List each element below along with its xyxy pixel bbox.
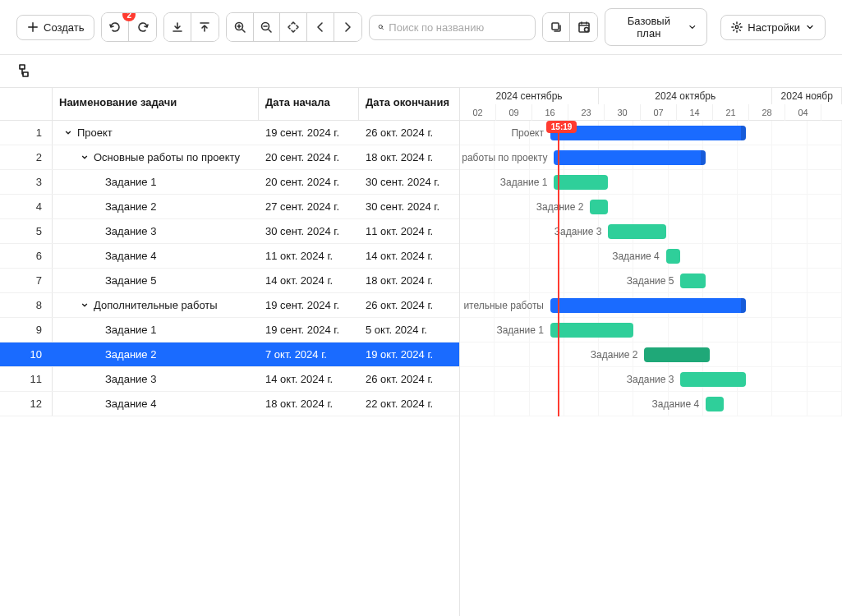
table-row[interactable]: 10Задание 27 окт. 2024 г.19 окт. 2024 г. <box>0 342 459 367</box>
gantt-row[interactable]: Задание 4 <box>460 392 842 416</box>
task-name[interactable]: Задание 5 <box>53 274 259 287</box>
end-date[interactable]: 30 сент. 2024 г. <box>359 200 459 213</box>
gantt-row[interactable]: работы по проекту <box>460 145 842 170</box>
gantt-row[interactable]: ительные работы <box>460 293 842 318</box>
end-date[interactable]: 18 окт. 2024 г. <box>359 151 459 163</box>
gantt-bar[interactable]: Проект <box>550 126 746 140</box>
table-row[interactable]: 7Задание 514 окт. 2024 г.18 окт. 2024 г. <box>0 269 459 293</box>
end-date[interactable]: 14 окт. 2024 г. <box>359 250 459 262</box>
gantt-bar[interactable]: Задание 1 <box>550 323 633 338</box>
task-name[interactable]: Задание 3 <box>53 225 259 237</box>
task-name[interactable]: Задание 4 <box>53 398 259 410</box>
gantt-row[interactable]: Задание 2 <box>460 195 842 219</box>
col-name[interactable]: Наименование задачи <box>53 88 259 120</box>
chevron-down-icon[interactable] <box>79 300 90 311</box>
start-date[interactable]: 27 сент. 2024 г. <box>259 200 359 213</box>
structure-icon[interactable] <box>16 62 35 80</box>
task-name[interactable]: Задание 4 <box>53 250 259 262</box>
table-row[interactable]: 5Задание 330 сент. 2024 г.11 окт. 2024 г… <box>0 219 459 244</box>
table-row[interactable]: 2Основные работы по проекту20 сент. 2024… <box>0 145 459 170</box>
search-box[interactable] <box>369 15 536 40</box>
gantt-bar[interactable]: работы по проекту <box>554 150 706 165</box>
indent-button[interactable] <box>191 13 219 41</box>
col-start[interactable]: Дата начала <box>259 88 359 120</box>
gantt-row[interactable]: Задание 4 <box>460 244 842 269</box>
gantt-row[interactable]: Задание 1 <box>460 170 842 195</box>
gantt-bar[interactable]: Задание 1 <box>554 175 608 190</box>
end-date[interactable]: 22 окт. 2024 г. <box>359 398 459 410</box>
table-row[interactable]: 4Задание 227 сент. 2024 г.30 сент. 2024 … <box>0 195 459 219</box>
start-date[interactable]: 30 сент. 2024 г. <box>259 225 359 237</box>
start-date[interactable]: 20 сент. 2024 г. <box>259 176 359 188</box>
task-name[interactable]: Задание 3 <box>53 373 259 385</box>
task-name[interactable]: Задание 2 <box>53 200 259 213</box>
zoom-out-button[interactable] <box>254 13 281 41</box>
chevron-right-icon <box>341 21 354 34</box>
gantt-bar[interactable]: Задание 3 <box>680 372 745 387</box>
fit-button[interactable] <box>280 13 307 41</box>
gantt-bar[interactable]: ительные работы <box>550 298 746 313</box>
start-date[interactable]: 19 сент. 2024 г. <box>259 299 359 311</box>
gantt-bar[interactable]: Задание 2 <box>644 347 709 362</box>
start-date[interactable]: 14 окт. 2024 г. <box>259 274 359 287</box>
gantt-body[interactable]: Проектработы по проектуЗадание 1Задание … <box>460 121 842 416</box>
task-name[interactable]: Задание 2 <box>53 348 259 361</box>
table-row[interactable]: 6Задание 411 окт. 2024 г.14 окт. 2024 г. <box>0 244 459 269</box>
baseline-button[interactable]: Базовый план <box>605 8 707 46</box>
gantt-bar[interactable]: Задание 4 <box>706 397 724 411</box>
task-name[interactable]: Задание 1 <box>53 176 259 188</box>
end-date[interactable]: 26 окт. 2024 г. <box>359 373 459 385</box>
gantt-row[interactable]: Проект <box>460 121 842 145</box>
end-date[interactable]: 18 окт. 2024 г. <box>359 274 459 287</box>
col-end[interactable]: Дата окончания <box>359 88 459 120</box>
outdent-button[interactable] <box>164 13 191 41</box>
gantt-bar[interactable]: Задание 5 <box>680 274 706 288</box>
chevron-down-icon[interactable] <box>79 152 90 163</box>
task-name[interactable]: Проект <box>53 126 259 139</box>
table-row[interactable]: 3Задание 120 сент. 2024 г.30 сент. 2024 … <box>0 170 459 195</box>
table-row[interactable]: 12Задание 418 окт. 2024 г.22 окт. 2024 г… <box>0 392 459 416</box>
gantt-row[interactable]: Задание 3 <box>460 219 842 244</box>
chevron-down-icon <box>805 22 815 32</box>
subbar <box>0 55 842 87</box>
table-row[interactable]: 9Задание 119 сент. 2024 г.5 окт. 2024 г. <box>0 318 459 342</box>
gantt-bar[interactable]: Задание 2 <box>590 200 608 214</box>
start-date[interactable]: 20 сент. 2024 г. <box>259 151 359 163</box>
prev-button[interactable] <box>307 13 334 41</box>
end-date[interactable]: 30 сент. 2024 г. <box>359 176 459 188</box>
search-input[interactable] <box>389 21 527 34</box>
gantt-bar[interactable]: Задание 3 <box>608 224 665 239</box>
expand-button[interactable] <box>543 13 570 41</box>
task-name[interactable]: Задание 1 <box>53 324 259 336</box>
row-number: 4 <box>0 195 53 218</box>
end-date[interactable]: 26 окт. 2024 г. <box>359 299 459 311</box>
calendar-button[interactable] <box>570 13 597 41</box>
zoom-in-button[interactable] <box>227 13 254 41</box>
gantt-row[interactable]: Задание 1 <box>460 318 842 342</box>
start-date[interactable]: 18 окт. 2024 г. <box>259 398 359 410</box>
start-date[interactable]: 19 сент. 2024 г. <box>259 324 359 336</box>
gantt-row[interactable]: Задание 3 <box>460 367 842 392</box>
end-date[interactable]: 5 окт. 2024 г. <box>359 324 459 336</box>
create-button[interactable]: Создать <box>16 15 94 40</box>
zoom-in-icon <box>233 21 246 34</box>
gantt-row[interactable]: Задание 2 <box>460 342 842 367</box>
start-date[interactable]: 7 окт. 2024 г. <box>259 348 359 361</box>
task-name[interactable]: Основные работы по проекту <box>53 151 259 163</box>
table-row[interactable]: 11Задание 314 окт. 2024 г.26 окт. 2024 г… <box>0 367 459 392</box>
task-name[interactable]: Дополнительные работы <box>53 299 259 311</box>
start-date[interactable]: 14 окт. 2024 г. <box>259 373 359 385</box>
start-date[interactable]: 19 сент. 2024 г. <box>259 126 359 139</box>
gantt-row[interactable]: Задание 5 <box>460 269 842 293</box>
gantt-bar[interactable]: Задание 4 <box>666 249 681 264</box>
start-date[interactable]: 11 окт. 2024 г. <box>259 250 359 262</box>
bar-label: Задание 4 <box>652 398 700 410</box>
table-row[interactable]: 1Проект19 сент. 2024 г.26 окт. 2024 г. <box>0 121 459 145</box>
end-date[interactable]: 11 окт. 2024 г. <box>359 225 459 237</box>
next-button[interactable] <box>334 13 361 41</box>
table-row[interactable]: 8Дополнительные работы19 сент. 2024 г.26… <box>0 293 459 318</box>
end-date[interactable]: 26 окт. 2024 г. <box>359 126 459 139</box>
chevron-down-icon[interactable] <box>62 127 74 139</box>
end-date[interactable]: 19 окт. 2024 г. <box>359 348 459 361</box>
settings-button[interactable]: Настройки <box>720 15 826 40</box>
